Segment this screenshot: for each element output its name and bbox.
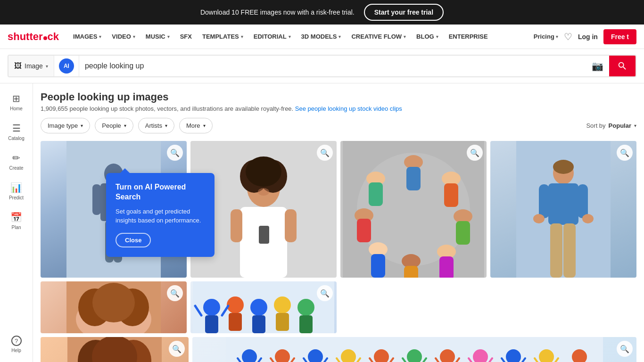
- ai-badge: AI: [59, 58, 74, 74]
- plan-icon: 📅: [10, 212, 22, 223]
- nav-enterprise[interactable]: ENTERPRISE: [444, 30, 493, 43]
- results-header: People looking up images 1,909,655 peopl…: [41, 91, 636, 112]
- chevron-down-icon: ▾: [46, 64, 48, 69]
- nav-pricing[interactable]: Pricing ▾: [534, 33, 558, 40]
- svg-point-58: [533, 214, 545, 223]
- image-item[interactable]: 🔍: [41, 337, 189, 362]
- favorites-icon[interactable]: ♡: [564, 31, 572, 42]
- main-nav: shutterck IMAGES ▾ VIDEO ▾ MUSIC ▾ SFX T…: [0, 25, 644, 49]
- zoom-button[interactable]: 🔍: [617, 341, 633, 357]
- video-link[interactable]: See people looking up stock video clips: [295, 105, 402, 112]
- search-input[interactable]: [79, 62, 586, 70]
- chevron-down-icon: ▾: [203, 123, 206, 128]
- image-item[interactable]: 🔍: [41, 281, 187, 333]
- zoom-button[interactable]: 🔍: [317, 285, 333, 301]
- svg-rect-26: [229, 313, 242, 331]
- svg-point-21: [258, 188, 269, 196]
- svg-rect-32: [299, 315, 313, 333]
- sidebar-item-create[interactable]: ✏ Create: [0, 148, 33, 174]
- nav-sfx[interactable]: SFX: [175, 30, 197, 43]
- chevron-down-icon: ▾: [167, 34, 170, 39]
- zoom-button[interactable]: 🔍: [167, 285, 183, 301]
- nav-editorial[interactable]: EDITORIAL ▾: [249, 30, 296, 43]
- image-col-4: 🔍: [490, 141, 636, 333]
- chevron-down-icon: ▾: [133, 34, 135, 39]
- svg-rect-45: [406, 167, 421, 190]
- image-item[interactable]: 🔍: [490, 141, 636, 278]
- home-icon: ⊞: [12, 93, 20, 104]
- people-filter[interactable]: People ▾: [95, 118, 133, 133]
- logo-text: shutterck: [8, 31, 59, 43]
- svg-rect-20: [285, 209, 297, 242]
- svg-rect-57: [578, 184, 588, 218]
- logo[interactable]: shutterck: [8, 31, 59, 43]
- svg-rect-3: [92, 184, 101, 215]
- top-banner: Download 10 FREE images now with a risk-…: [0, 0, 644, 25]
- trial-button[interactable]: Start your free trial: [364, 4, 444, 21]
- artists-filter[interactable]: Artists ▾: [138, 118, 174, 133]
- catalog-icon: ☰: [12, 123, 21, 134]
- nav-creative-flow[interactable]: CREATIVE FLOW ▾: [347, 30, 411, 43]
- chevron-down-icon: ▾: [404, 34, 406, 39]
- chevron-down-icon: ▾: [436, 34, 438, 39]
- nav-video[interactable]: VIDEO ▾: [107, 30, 140, 43]
- image-type-filter[interactable]: Image type ▾: [41, 118, 90, 133]
- ai-search-toggle[interactable]: AI: [54, 56, 79, 76]
- ai-search-tooltip: Turn on AI Powered Search Set goals and …: [106, 173, 215, 257]
- camera-search-icon[interactable]: 📷: [586, 60, 609, 72]
- svg-rect-51: [357, 219, 371, 242]
- search-section: 🖼 Image ▾ AI 📷: [0, 49, 644, 83]
- nav-blog[interactable]: BLOG ▾: [412, 30, 443, 43]
- sidebar-item-predict[interactable]: 📊 Predict: [0, 178, 33, 204]
- nav-images[interactable]: IMAGES ▾: [68, 30, 106, 43]
- free-button[interactable]: Free t: [603, 29, 636, 44]
- tooltip-arrow: [120, 168, 130, 173]
- zoom-button[interactable]: 🔍: [167, 145, 183, 161]
- nav-items: IMAGES ▾ VIDEO ▾ MUSIC ▾ SFX TEMPLATES ▾…: [68, 30, 534, 43]
- image-item[interactable]: 🔍: [340, 141, 487, 278]
- sidebar-item-catalog[interactable]: ☰ Catalog: [0, 119, 33, 145]
- chevron-down-icon: ▾: [634, 123, 636, 128]
- svg-point-23: [203, 299, 220, 316]
- tooltip-close-button[interactable]: Close: [116, 233, 151, 247]
- image-item[interactable]: 🔍: [190, 281, 337, 333]
- svg-rect-56: [539, 184, 549, 218]
- image-type-icon: 🖼: [14, 62, 22, 70]
- sidebar-item-help[interactable]: ? Help: [0, 332, 33, 357]
- svg-point-29: [274, 296, 291, 313]
- sort-select[interactable]: Popular: [609, 122, 631, 129]
- svg-rect-18: [259, 226, 269, 244]
- more-filter[interactable]: More ▾: [179, 118, 213, 133]
- content-area: ⊞ Home ☰ Catalog ✏ Create 📊 Predict 📅 Pl…: [0, 83, 644, 362]
- svg-rect-61: [563, 223, 576, 278]
- svg-rect-47: [456, 221, 470, 245]
- zoom-button[interactable]: 🔍: [617, 145, 633, 161]
- tooltip-body: Set goals and get predicted insights bas…: [116, 207, 205, 225]
- svg-point-62: [553, 160, 574, 174]
- nav-templates[interactable]: TEMPLATES ▾: [198, 30, 248, 43]
- login-button[interactable]: Log in: [578, 33, 598, 41]
- zoom-button[interactable]: 🔍: [317, 145, 333, 161]
- svg-rect-50: [371, 254, 385, 278]
- zoom-button[interactable]: 🔍: [169, 341, 185, 357]
- nav-music[interactable]: MUSIC ▾: [141, 30, 174, 43]
- banner-text: Download 10 FREE images now with a risk-…: [200, 8, 355, 16]
- search-submit-button[interactable]: [609, 56, 636, 76]
- search-type-select[interactable]: 🖼 Image ▾: [8, 56, 54, 76]
- svg-rect-52: [369, 182, 383, 206]
- nav-3d-models[interactable]: 3D MODELS ▾: [297, 30, 346, 43]
- svg-point-11: [92, 283, 135, 322]
- image-item[interactable]: 🔍: [192, 337, 636, 362]
- left-sidebar: ⊞ Home ☰ Catalog ✏ Create 📊 Predict 📅 Pl…: [0, 83, 33, 362]
- svg-rect-19: [231, 209, 242, 242]
- svg-rect-55: [548, 183, 578, 225]
- results-title: People looking up images: [41, 91, 636, 103]
- results-subtitle: 1,909,655 people looking up stock photos…: [41, 105, 636, 112]
- sidebar-item-plan[interactable]: 📅 Plan: [0, 208, 33, 234]
- svg-rect-48: [439, 256, 454, 278]
- zoom-button[interactable]: 🔍: [467, 145, 483, 161]
- image-row-2: 🔍: [41, 337, 636, 362]
- svg-rect-24: [205, 315, 218, 333]
- svg-point-27: [250, 299, 267, 316]
- sidebar-item-home[interactable]: ⊞ Home: [0, 89, 33, 115]
